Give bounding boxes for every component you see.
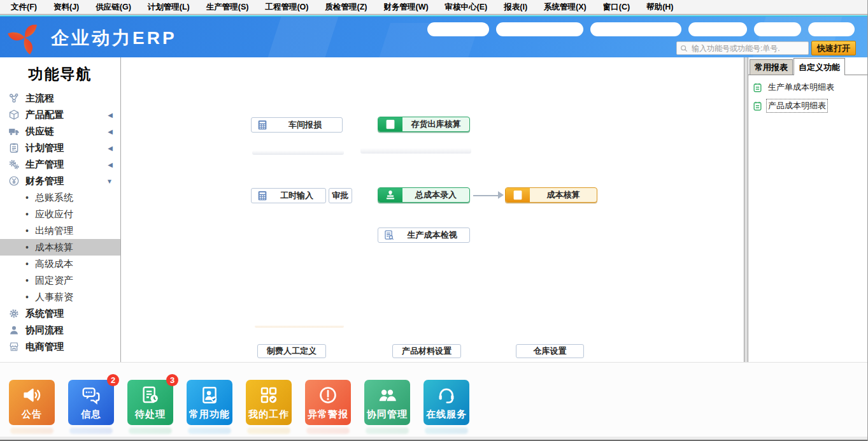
flow-box-approval[interactable]: 审批 — [329, 188, 352, 203]
reports-tabs: 常用报表 自定义功能 — [748, 57, 867, 75]
bullet-icon: • — [25, 226, 29, 235]
dock-tile-announcements[interactable]: 公告 — [9, 380, 55, 425]
report-icon — [752, 82, 763, 93]
quick-open-button[interactable]: 快速打开 — [811, 41, 856, 55]
menu-item-quality-management[interactable]: 质检管理(Z) — [317, 0, 376, 14]
flow-box-warehouse-setup[interactable]: 仓库设置 — [516, 344, 584, 358]
sidebar-item-system-management[interactable]: 系统管理 — [0, 305, 120, 322]
flow-box-workshop-scrap[interactable]: 车间报损 — [251, 117, 343, 133]
app-header: 企业动力ERP 快速打开 — [0, 15, 867, 57]
sidebar-item-product-config[interactable]: 产品配置◀ — [0, 106, 120, 123]
dock-tile-pending[interactable]: 待处理3 — [127, 380, 173, 425]
search-input[interactable] — [690, 43, 806, 54]
menu-item-production-management[interactable]: 生产管理(S) — [198, 0, 257, 14]
sidebar-item-label: 人事薪资 — [35, 291, 73, 303]
menu-item-finance-management[interactable]: 财务管理(W) — [375, 0, 436, 14]
flow-box-icon-segment — [378, 117, 402, 131]
flow-box-cost-accounting[interactable]: 成本核算 — [505, 187, 597, 203]
menu-item-help[interactable]: 帮助(H) — [638, 0, 681, 14]
tab-custom-functions[interactable]: 自定义功能 — [793, 58, 845, 75]
menu-item-file[interactable]: 文件(F) — [3, 0, 45, 14]
header-pill-button[interactable] — [427, 22, 489, 36]
dock-tile-common-functions[interactable]: 常用功能 — [187, 380, 232, 425]
sidebar-item-hr-payroll[interactable]: •人事薪资 — [0, 289, 120, 305]
menu-item-system-management[interactable]: 系统管理(X) — [536, 0, 595, 14]
flow-box-label: 工时输入 — [268, 190, 325, 201]
sidebar-item-general-ledger[interactable]: •总账系统 — [0, 189, 120, 206]
flow-box-label: 总成本录入 — [402, 189, 469, 201]
header-pill-button[interactable] — [754, 22, 801, 36]
flow-box-product-material-setup[interactable]: 产品材料设置 — [392, 344, 461, 358]
notification-badge: 2 — [107, 374, 119, 386]
header-pill-button[interactable] — [496, 22, 583, 36]
flow-box-label: 存货出库核算 — [402, 119, 469, 130]
flow-box-production-cost-view[interactable]: 生产成本检视 — [378, 228, 470, 243]
header-toolbar — [427, 22, 855, 36]
sidebar-item-cost-accounting[interactable]: •成本核算 — [0, 239, 120, 256]
sidebar-item-label: 系统管理 — [25, 308, 64, 320]
bullet-icon: • — [25, 276, 29, 285]
calculator-icon — [512, 189, 523, 201]
sidebar-item-supply-chain[interactable]: 供应链◀ — [0, 123, 120, 140]
sidebar-item-ar-ap[interactable]: •应收应付 — [0, 206, 120, 222]
search-box — [676, 41, 809, 55]
reports-panel: 常用报表 自定义功能 生产单成本明细表 产品成本明细表 — [748, 57, 867, 362]
flow-box-label: 仓库设置 — [516, 345, 583, 357]
panel-splitter[interactable] — [744, 57, 748, 362]
dock-tile-messages[interactable]: 信息2 — [68, 380, 114, 425]
menu-item-data[interactable]: 资料(J) — [45, 0, 87, 14]
faded-box-remnant — [255, 325, 344, 328]
sidebar-item-main-process[interactable]: 主流程 — [0, 90, 120, 106]
dock-tile-label: 协同管理 — [364, 408, 410, 421]
notification-badge: 3 — [166, 374, 178, 386]
flow-box-total-cost-entry[interactable]: 总成本录入 — [378, 187, 470, 203]
chevron-left-icon: ◀ — [108, 128, 113, 135]
flow-box-inventory-outbound-costing[interactable]: 存货出库核算 — [378, 117, 470, 132]
sidebar-item-collaboration-flow[interactable]: 协同流程 — [0, 322, 120, 338]
menu-item-audit-center[interactable]: 审核中心(E) — [437, 0, 496, 14]
app-title: 企业动力ERP — [51, 26, 177, 50]
dock-tile-label: 待处理 — [127, 408, 173, 421]
menu-item-supply-chain[interactable]: 供应链(G) — [87, 0, 139, 14]
bullet-icon: • — [25, 193, 29, 202]
report-item-production-order-cost-detail[interactable]: 生产单成本明细表 — [752, 81, 867, 94]
report-item-label: 生产单成本明细表 — [767, 81, 836, 94]
sidebar-item-fixed-assets[interactable]: •固定资产 — [0, 272, 120, 289]
dock-tile-my-work[interactable]: 我的工作 — [246, 380, 292, 425]
menu-item-plan-management[interactable]: 计划管理(L) — [139, 0, 198, 14]
flow-arrow — [473, 191, 504, 199]
menu-item-engineering-management[interactable]: 工程管理(O) — [257, 0, 317, 14]
flow-canvas: 车间报损 存货出库核算 工时输入 审批 总成本录入 成本核算 生产成本检视 — [122, 57, 744, 362]
sidebar-item-finance-management[interactable]: 财务管理▼ — [0, 173, 120, 189]
tile-reflection — [247, 428, 290, 434]
sidebar-item-label: 主流程 — [25, 92, 54, 105]
menu-item-reports[interactable]: 报表(I) — [495, 0, 536, 14]
header-pill-button[interactable] — [808, 22, 855, 36]
sidebar-item-plan-management[interactable]: 计划管理◀ — [0, 140, 120, 156]
dock-tile-label: 我的工作 — [246, 408, 292, 421]
sidebar-item-production-management[interactable]: 生产管理◀ — [0, 156, 120, 173]
dock-tile-alerts[interactable]: 异常警报 — [305, 380, 351, 425]
header-pill-button[interactable] — [688, 22, 747, 36]
dock-tile-online-service[interactable]: 在线服务 — [423, 380, 469, 425]
sidebar-item-advanced-cost[interactable]: •高级成本 — [0, 256, 120, 272]
flow-box-icon-segment — [378, 188, 402, 202]
sidebar-item-cashier-management[interactable]: •出纳管理 — [0, 222, 120, 239]
truck-icon — [8, 126, 20, 137]
faded-box-remnant — [252, 150, 344, 155]
sidebar-item-label: 出纳管理 — [35, 225, 73, 237]
sidebar-item-label: 产品配置 — [25, 109, 64, 121]
flow-box-mfg-labor-definition[interactable]: 制费人工定义 — [257, 344, 326, 358]
search-icon — [679, 44, 688, 53]
dock-tile-collaboration[interactable]: 协同管理 — [364, 380, 410, 425]
gear-icon — [8, 308, 20, 319]
report-item-product-cost-detail[interactable]: 产品成本明细表 — [752, 99, 867, 112]
tab-common-reports[interactable]: 常用报表 — [750, 59, 793, 75]
sidebar-item-ecommerce-management[interactable]: 电商管理 — [0, 338, 120, 355]
speaker-icon — [22, 385, 42, 405]
menu-item-window[interactable]: 窗口(C) — [595, 0, 638, 14]
header-pill-button[interactable] — [590, 22, 681, 36]
flow-box-work-hours-entry[interactable]: 工时输入 — [251, 188, 326, 203]
menu-bar: 文件(F)资料(J)供应链(G)计划管理(L)生产管理(S)工程管理(O)质检管… — [0, 0, 867, 15]
sidebar-item-label: 成本核算 — [35, 242, 73, 254]
